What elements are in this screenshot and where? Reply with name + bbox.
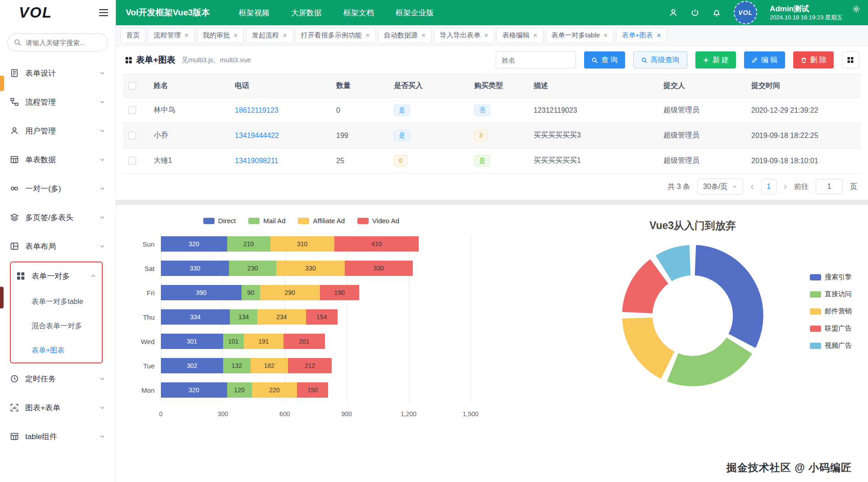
tab-close-icon[interactable]: × <box>365 32 370 39</box>
avatar[interactable]: VOL <box>734 1 757 24</box>
bar-segment[interactable]: 302 <box>161 358 223 373</box>
bar-segment[interactable]: 330 <box>161 261 229 276</box>
tab[interactable]: 我的审批× <box>197 28 244 43</box>
create-button[interactable]: 新 建 <box>695 51 736 69</box>
page-size-select[interactable]: 30条/页 <box>697 179 743 195</box>
bar-segment[interactable]: 132 <box>223 358 250 373</box>
tab-close-icon[interactable]: × <box>283 32 287 39</box>
bar-segment[interactable]: 301 <box>161 334 223 349</box>
bar-segment[interactable]: 230 <box>229 261 276 276</box>
phone-link[interactable]: 18612119123 <box>235 106 279 114</box>
bar-segment[interactable]: 330 <box>345 261 413 276</box>
tab-close-icon[interactable]: × <box>233 32 238 39</box>
sidebar-item[interactable]: 流程管理 <box>0 87 115 116</box>
bar-segment[interactable]: 334 <box>161 309 230 325</box>
tab-close-icon[interactable]: × <box>184 32 189 39</box>
select-all-checkbox[interactable] <box>128 82 136 90</box>
legend-item[interactable]: 邮件营销 <box>810 307 852 316</box>
tab[interactable]: 表单+图表× <box>616 28 667 43</box>
phone-link[interactable]: 13419444422 <box>235 132 279 139</box>
sidebar-item[interactable]: 定时任务 <box>0 364 115 393</box>
goto-page-input[interactable] <box>816 179 843 194</box>
tab[interactable]: 发起流程× <box>246 28 293 43</box>
delete-button[interactable]: 删 除 <box>793 51 834 69</box>
legend-item[interactable]: Video Ad <box>357 217 399 225</box>
tab-close-icon[interactable]: × <box>603 32 608 39</box>
bar-segment[interactable]: 190 <box>320 285 359 300</box>
sidebar-item[interactable]: 用户管理 <box>0 116 115 145</box>
tab[interactable]: 自动数据源× <box>378 28 432 43</box>
row-checkbox[interactable] <box>128 132 136 139</box>
tab[interactable]: 表格编辑× <box>497 28 544 43</box>
table-row[interactable]: 大锤113419098211250是买买买买买买1超级管理员2019-09-18… <box>123 148 861 174</box>
bar-segment[interactable]: 134 <box>230 309 257 325</box>
legend-item[interactable]: 联盟广告 <box>810 324 852 333</box>
legend-item[interactable]: Mail Ad <box>248 217 285 225</box>
bar-segment[interactable]: 320 <box>161 382 227 398</box>
bar-segment[interactable]: 154 <box>306 309 338 325</box>
edit-button[interactable]: 编 辑 <box>744 51 785 69</box>
bar-segment[interactable]: 210 <box>227 236 270 252</box>
row-checkbox[interactable] <box>128 157 136 165</box>
bar-segment[interactable]: 120 <box>227 382 252 398</box>
donut-slice[interactable] <box>694 244 764 349</box>
sidebar-search-input[interactable] <box>7 33 108 51</box>
legend-item[interactable]: 视频广告 <box>810 341 852 350</box>
prev-page-button[interactable]: ‹ <box>750 182 754 192</box>
sidebar-subitem[interactable]: 混合表单一对多 <box>11 314 102 338</box>
advanced-query-button[interactable]: 高级查询 <box>633 51 687 69</box>
bar-segment[interactable]: 220 <box>252 382 297 398</box>
query-button[interactable]: 查 询 <box>584 51 625 69</box>
bar-segment[interactable]: 201 <box>283 334 325 349</box>
bell-icon[interactable] <box>712 8 721 17</box>
column-settings-button[interactable] <box>842 51 859 69</box>
tab[interactable]: 打开看很多示例功能× <box>295 28 376 43</box>
bar-segment[interactable]: 320 <box>161 236 227 252</box>
bar-segment[interactable]: 90 <box>242 285 260 300</box>
sidebar-item[interactable]: 多页签/多表头 <box>0 203 115 232</box>
sidebar-subitem[interactable]: 表单一对多table <box>11 289 102 314</box>
nav-item[interactable]: 框架企业版 <box>396 8 434 18</box>
bar-segment[interactable]: 290 <box>260 285 320 300</box>
tab-close-icon[interactable]: × <box>533 32 538 39</box>
tab-close-icon[interactable]: × <box>484 32 489 39</box>
sidebar-subitem[interactable]: 表单+图表 <box>11 338 102 363</box>
bar-segment[interactable]: 330 <box>276 261 344 276</box>
tab[interactable]: 首页 <box>120 28 146 43</box>
legend-item[interactable]: Affiliate Ad <box>298 217 345 225</box>
nav-item[interactable]: 大屏数据 <box>291 8 322 18</box>
bar-segment[interactable]: 310 <box>270 236 334 252</box>
user-icon[interactable] <box>669 8 678 17</box>
nav-item[interactable]: 框架文档 <box>343 8 374 18</box>
bar-segment[interactable]: 410 <box>334 236 419 252</box>
nav-item[interactable]: 框架视频 <box>239 8 270 18</box>
bar-segment[interactable]: 182 <box>251 358 288 373</box>
menu-toggle-icon[interactable] <box>99 9 109 17</box>
donut-slice[interactable] <box>666 337 753 387</box>
sidebar-item[interactable]: 单表数据 <box>0 145 115 174</box>
legend-item[interactable]: 直接访问 <box>810 290 852 298</box>
tab-close-icon[interactable]: × <box>657 32 661 39</box>
current-page[interactable]: 1 <box>761 179 777 194</box>
tab[interactable]: 表单一对多table× <box>546 28 614 43</box>
donut-slice[interactable] <box>621 317 675 380</box>
tab-close-icon[interactable]: × <box>421 32 426 39</box>
legend-item[interactable]: 搜索引擎 <box>810 273 852 281</box>
table-row[interactable]: 小乔13419444422199是3买买买买买买3超级管理员2019-09-18… <box>123 123 861 148</box>
bar-segment[interactable]: 150 <box>297 382 328 398</box>
name-search-input[interactable] <box>496 51 576 69</box>
sidebar-item[interactable]: table组件 <box>0 422 115 451</box>
sidebar-item[interactable]: 表单设计 <box>0 59 115 87</box>
sidebar-item[interactable]: 表单一对多 <box>11 262 102 289</box>
tab[interactable]: 导入导出表单× <box>434 28 494 43</box>
row-checkbox[interactable] <box>128 106 136 114</box>
bar-segment[interactable]: 212 <box>288 358 332 373</box>
table-row[interactable]: 林中鸟186121191230是否12312119023超级管理员2020-12… <box>123 98 861 123</box>
sidebar-item[interactable]: 图表+表单 <box>0 393 115 422</box>
next-page-button[interactable]: › <box>784 182 787 192</box>
bar-segment[interactable]: 234 <box>257 309 306 325</box>
sidebar-item[interactable]: 表单布局 <box>0 232 115 261</box>
legend-item[interactable]: Direct <box>203 217 236 225</box>
phone-link[interactable]: 13419098211 <box>235 157 279 165</box>
power-icon[interactable] <box>690 8 699 17</box>
